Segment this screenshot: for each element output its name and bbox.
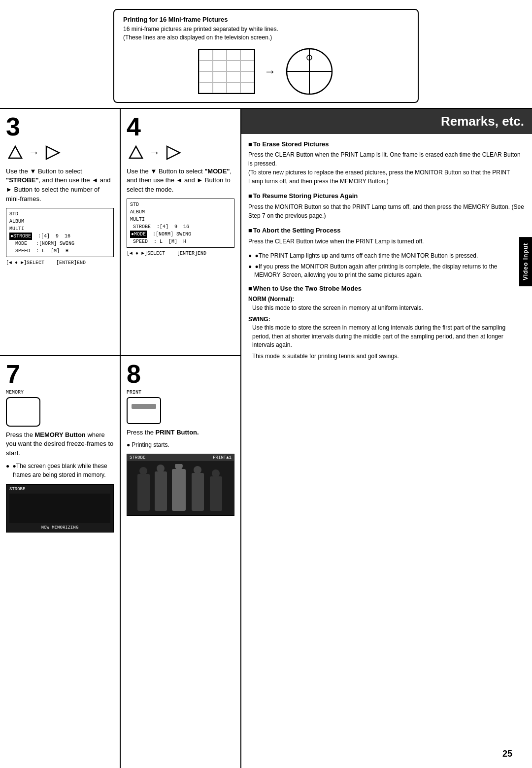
step8-screen: STROBE PRINT▲1 [127,454,234,516]
resume-title: To Resume Storing Pictures Again [248,192,525,201]
svg-point-11 [157,465,165,472]
step8-col: 8 PRINT Press the PRINT Button. Printing… [121,356,240,768]
norm-label: NORM (Normal): [248,295,525,303]
svg-rect-14 [192,473,204,511]
resume-section: To Resume Storing Pictures Again Press t… [248,192,525,220]
svg-rect-16 [210,476,222,511]
print-info-title: Printing for 16 Mini-frame Pictures [123,16,409,23]
print-info-line1: 16 mini-frame pictures are printed separ… [123,25,409,33]
menu-line-speed3: SPEED : L [M] H [9,247,110,255]
print-button-slot [132,404,156,409]
strobe-modes-section: When to Use the Two Strobe Modes NORM (N… [248,284,525,361]
step4-col: 4 → Use the ▼ Button to select "MODE", a… [121,109,240,355]
left-panel: 3 → Use the ▼ Button to select "STROBE",… [0,109,241,768]
menu-line-mode4: ●MODE :[NORM] SWING [130,231,231,238]
svg-rect-10 [155,471,167,511]
step3-menu-footer: [◄ ♦ ►]SELECT [ENTER]END [6,260,114,266]
erase-section: To Erase Stored Pictures Press the CLEAR… [248,140,525,186]
svg-rect-8 [137,474,150,511]
print-info-line2: (These lines are also displayed on the t… [123,33,409,42]
svg-point-9 [139,467,147,475]
svg-rect-12 [172,469,186,511]
right-triangle-icon4 [164,143,183,162]
svg-point-15 [194,466,201,474]
menu-line-album3: ALBUM [9,218,110,225]
step7-strobe-label: STROBE [9,487,110,492]
step3-number: 3 [6,114,114,139]
swing-text2: This mode is suitable for printing tenni… [248,352,525,361]
swing-label: SWING: [248,315,525,324]
step8-strobe-label: STROBE [130,455,145,460]
diagram-arrow: → [264,65,276,78]
step7-bullet1: ●The screen goes blank while these frame… [6,462,114,479]
step7-memory-label: MEMORY [6,390,24,395]
step4-number: 4 [127,114,234,139]
main-content: 3 → Use the ▼ Button to select "STROBE",… [0,108,532,768]
step8-screen-header: STROBE PRINT▲1 [127,454,234,461]
step4-menu: STD ALBUM MULTI STROBE :[4] 9 16 ●MODE :… [127,199,234,248]
step8-print-area: PRINT [127,390,234,424]
menu-line-album4: ALBUM [130,208,231,216]
remarks-content: To Erase Stored Pictures Press the CLEAR… [241,134,532,373]
step7-number: 7 [6,361,114,387]
erase-text: Press the CLEAR Button when the PRINT La… [248,150,525,186]
arrow-right-icon4: → [149,146,160,159]
menu-line-multi4: MULTI [130,216,231,223]
arrow-right-icon3: → [29,146,39,159]
menu-line-mode3: MODE :[NORM] SWING [9,240,110,247]
step8-description: Press the PRINT Button. [127,428,234,437]
step8-print-label: PRINT [127,390,141,395]
down-triangle-icon [6,143,25,162]
bullet1: ●The PRINT Lamp lights up and turns off … [248,252,525,260]
step8-strobe-frames [127,461,234,515]
step3-arrows: → [6,143,114,162]
resume-text: Press the MONITOR Button so that the PRI… [248,202,525,220]
print-button-shape [127,397,161,424]
swing-text1: Use this mode to store the screen in mem… [248,324,525,349]
abort-title: To Abort the Setting Process [248,226,525,235]
abort-text: Press the CLEAR Button twice when the PR… [248,237,525,246]
down-triangle-icon4 [127,143,145,162]
step7-description: Press the MEMORY Button where you want t… [6,431,114,459]
steps-bottom-row: 7 MEMORY Press the MEMORY Button where y… [0,355,240,768]
step7-now-memorizing: NOW MEMORIZING [9,525,110,530]
top-section: Printing for 16 Mini-frame Pictures 16 m… [0,0,532,108]
step7-col: 7 MEMORY Press the MEMORY Button where y… [0,356,121,768]
step7-screen: STROBE NOW MEMORIZING [6,484,114,533]
svg-point-17 [212,469,220,477]
step3-col: 3 → Use the ▼ Button to select "STROBE",… [0,109,121,355]
strobe-figures-svg [135,464,226,513]
svg-marker-4 [9,146,22,158]
svg-marker-6 [130,146,142,158]
norm-text: Use this mode to store the screen in mem… [248,304,525,312]
step8-number: 8 [127,361,234,387]
erase-title: To Erase Stored Pictures [248,140,525,149]
step8-bullet1: Printing starts. [127,441,234,449]
step8-print1-label: PRINT▲1 [213,455,232,460]
print-info-box: Printing for 16 Mini-frame Pictures 16 m… [113,9,419,103]
steps-top-row: 3 → Use the ▼ Button to select "STROBE",… [0,109,240,355]
right-panel: Remarks, etc. To Erase Stored Pictures P… [241,109,532,768]
strobe-modes-title: When to Use the Two Strobe Modes [248,284,525,294]
bullet2: ●If you press the MONITOR Button again a… [248,263,525,280]
menu-line-strobe4: STROBE :[4] 9 16 [130,223,231,231]
step4-arrows: → [127,143,234,162]
menu-line-std3: STD [9,210,110,218]
step4-menu-footer: [◄ ♦ ►]SELECT [ENTER]END [127,251,234,256]
step4-description: Use the ▼ Button to select "MODE", and t… [127,167,234,195]
memory-button-shape [6,397,40,427]
menu-line-multi3: MULTI [9,225,110,233]
print-diagram-area: → [123,47,409,96]
menu-line-strobe3: ●STROBE :[4] 9 16 [9,233,110,240]
menu-line-speed4: SPEED : L [M] H [130,238,231,245]
crosshair-circle-diagram [285,47,334,96]
page-number: 25 [502,749,512,759]
abort-section: To Abort the Setting Process Press the C… [248,226,525,246]
step3-menu: STD ALBUM MULTI ●STROBE :[4] 9 16 MODE :… [6,208,114,257]
menu-line-std4: STD [130,201,231,208]
remarks-header: Remarks, etc. [241,109,532,134]
step3-description: Use the ▼ Button to select "STROBE", and… [6,167,114,204]
mini-frame-grid [198,49,255,94]
svg-marker-7 [167,146,180,159]
right-triangle-icon3 [43,143,62,162]
